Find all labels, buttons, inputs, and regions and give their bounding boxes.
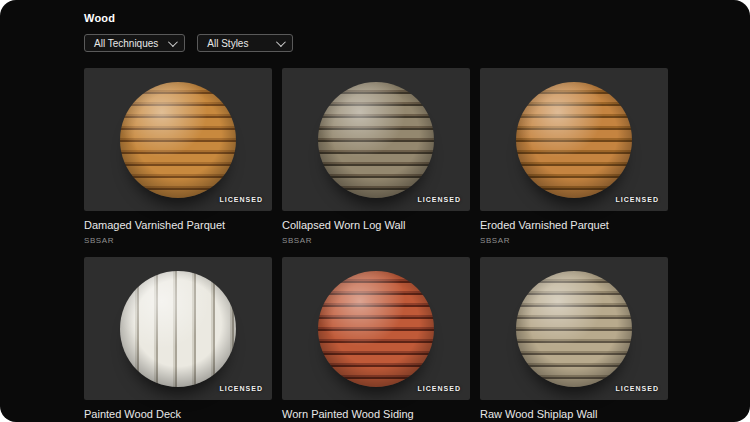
licensed-badge: LICENSED (418, 385, 461, 392)
material-grid: LICENSED Damaged Varnished Parquet SBSAR… (84, 68, 750, 422)
filter-bar: All Techniques All Styles (84, 34, 750, 52)
material-preview[interactable]: LICENSED (480, 68, 668, 211)
material-sphere (120, 271, 236, 387)
material-format: SBSAR (480, 236, 668, 245)
material-format: SBSAR (282, 236, 470, 245)
material-card: LICENSED Raw Wood Shiplap Wall SBSAR (480, 257, 668, 422)
material-title[interactable]: Collapsed Worn Log Wall (282, 219, 470, 232)
material-format: SBSAR (84, 236, 272, 245)
chevron-down-icon (276, 37, 286, 47)
material-title[interactable]: Worn Painted Wood Siding (282, 408, 470, 421)
material-card: LICENSED Painted Wood Deck SBSAR (84, 257, 272, 422)
material-card: LICENSED Worn Painted Wood Siding SBSAR (282, 257, 470, 422)
licensed-badge: LICENSED (616, 385, 659, 392)
material-title[interactable]: Eroded Varnished Parquet (480, 219, 668, 232)
material-card: LICENSED Eroded Varnished Parquet SBSAR (480, 68, 668, 245)
chevron-down-icon (168, 37, 178, 47)
asset-browser-window: Wood All Techniques All Styles LICENSED … (0, 0, 750, 422)
styles-dropdown[interactable]: All Styles (197, 34, 293, 52)
material-title[interactable]: Damaged Varnished Parquet (84, 219, 272, 232)
licensed-badge: LICENSED (418, 196, 461, 203)
material-preview[interactable]: LICENSED (282, 68, 470, 211)
material-preview[interactable]: LICENSED (84, 257, 272, 400)
material-preview[interactable]: LICENSED (282, 257, 470, 400)
material-title[interactable]: Raw Wood Shiplap Wall (480, 408, 668, 421)
techniques-dropdown[interactable]: All Techniques (84, 34, 185, 52)
material-sphere (516, 82, 632, 198)
material-card: LICENSED Damaged Varnished Parquet SBSAR (84, 68, 272, 245)
material-card: LICENSED Collapsed Worn Log Wall SBSAR (282, 68, 470, 245)
page-title: Wood (84, 12, 750, 24)
material-sphere (120, 82, 236, 198)
material-sphere (318, 82, 434, 198)
licensed-badge: LICENSED (616, 196, 659, 203)
licensed-badge: LICENSED (220, 196, 263, 203)
techniques-dropdown-label: All Techniques (94, 38, 158, 49)
licensed-badge: LICENSED (220, 385, 263, 392)
material-preview[interactable]: LICENSED (480, 257, 668, 400)
material-sphere (516, 271, 632, 387)
material-title[interactable]: Painted Wood Deck (84, 408, 272, 421)
material-preview[interactable]: LICENSED (84, 68, 272, 211)
styles-dropdown-label: All Styles (207, 38, 248, 49)
material-sphere (318, 271, 434, 387)
